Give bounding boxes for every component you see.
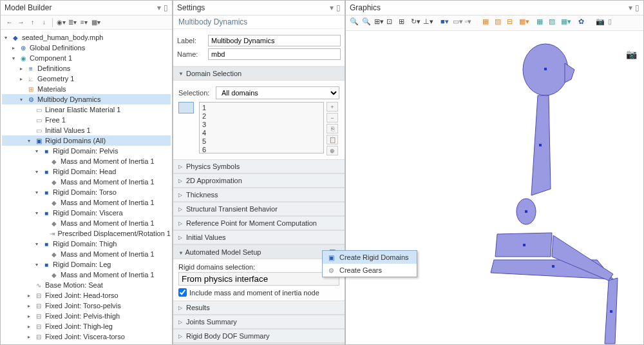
zoom-in-icon[interactable]: 🔍 (350, 17, 361, 28)
tree-item[interactable]: ⊞Materials (2, 84, 171, 94)
select-icon[interactable]: ■▾ (440, 17, 451, 28)
domain-list-item[interactable]: 2 (202, 112, 321, 121)
domain-list-item[interactable]: 3 (202, 121, 321, 129)
domain-list-item[interactable]: 5 (202, 137, 321, 146)
tree-item[interactable]: ▾◆seated_human_body.mph (2, 32, 171, 43)
rigid-domains-input[interactable] (178, 272, 339, 286)
transparency-icon[interactable]: ▩▾ (519, 17, 530, 28)
tree-caret-icon[interactable]: ▸ (20, 76, 26, 82)
tree-item[interactable]: ◆Mass and Moment of Inertia 1 (2, 197, 171, 208)
close-icon[interactable]: ▯ (164, 3, 168, 12)
scene-light-icon[interactable]: ▦ (536, 17, 547, 28)
tree-item[interactable]: ▸⊟Fixed Joint: Viscera-torso (2, 331, 171, 342)
zoom-icon[interactable]: ⊕ (327, 146, 338, 155)
view-icon[interactable]: ⊥▾ (423, 17, 434, 28)
tree-item[interactable]: ◆Mass and Moment of Inertia 1 (2, 270, 171, 280)
domain-preview-icon[interactable] (178, 102, 194, 113)
domain-list-item[interactable]: 6 (202, 146, 321, 154)
select-adj-icon[interactable]: ▫▾ (465, 17, 476, 28)
tree-item[interactable]: ▾⚙Multibody Dynamics (2, 94, 171, 104)
tree-caret-icon[interactable]: ▸ (28, 303, 34, 309)
selection-dropdown[interactable]: All domains (216, 86, 339, 99)
zoom-extents-icon[interactable]: ⊞▾ (374, 17, 385, 28)
expand-icon[interactable]: ≡▾ (79, 17, 89, 27)
camera-overlay-icon[interactable]: 📷 (626, 49, 637, 59)
tree-item[interactable]: ▸⊟Fixed Joint: Pelvis-thigh (2, 311, 171, 321)
tree-item[interactable]: ◆Mass and Moment of Inertia 1 (2, 218, 171, 228)
section-header[interactable]: ▷2D Approximation (173, 173, 345, 188)
minimize-icon[interactable]: ▾ (629, 3, 632, 12)
tree-item[interactable]: ▾◉Component 1 (2, 53, 171, 63)
include-mass-checkbox[interactable] (178, 288, 187, 297)
close-icon[interactable]: ▯ (635, 3, 639, 12)
tree-caret-icon[interactable]: ▾ (20, 97, 26, 103)
up-icon[interactable]: ↑ (28, 17, 37, 27)
tree-item[interactable]: ▾■Rigid Domain: Leg (2, 259, 171, 270)
minimize-icon[interactable]: ▾ (157, 3, 161, 12)
grid-icon[interactable]: ▦▾ (561, 17, 572, 28)
add-icon[interactable]: + (327, 102, 338, 112)
print-icon[interactable]: ▯ (608, 17, 619, 28)
hide-icon[interactable]: ▦ (482, 17, 493, 28)
graphics-canvas[interactable]: 📷 (346, 31, 643, 344)
forward-icon[interactable]: → (16, 17, 26, 27)
back-icon[interactable]: ← (5, 17, 14, 27)
tree-item[interactable]: ▾■Rigid Domain: Thigh (2, 239, 171, 249)
tree-item[interactable]: ▸⊟Fixed Joint: Viscera-pelvis (2, 342, 171, 344)
tree-caret-icon[interactable]: ▸ (28, 344, 34, 345)
tree-item[interactable]: ▾■Rigid Domain: Viscera (2, 208, 171, 218)
section-header[interactable]: ▷Results (173, 301, 345, 315)
tree-caret-icon[interactable]: ▾ (35, 169, 42, 175)
tree-item[interactable]: ▾■Rigid Domain: Torso (2, 187, 171, 197)
tree-caret-icon[interactable]: ▸ (28, 293, 34, 299)
down-icon[interactable]: ↓ (39, 17, 49, 27)
more-icon[interactable]: ▦▾ (91, 17, 100, 27)
section-header[interactable]: ▷Physics Symbols (173, 159, 345, 173)
popup-item[interactable]: ⚙Create Gears (323, 264, 417, 277)
tree-item[interactable]: ∿Base Motion: Seat (2, 280, 171, 290)
tree-item[interactable]: ⇥Prescribed Displacement/Rotation 1 (2, 228, 171, 239)
domain-list-item[interactable]: 4 (202, 129, 321, 137)
tree-item[interactable]: ▾■Rigid Domain: Head (2, 166, 171, 177)
section-header[interactable]: ▷Discretization (173, 343, 345, 344)
paste-icon[interactable]: 📋 (327, 135, 338, 144)
close-icon[interactable]: ▯ (336, 3, 341, 12)
section-header[interactable]: ▷Reference Point for Moment Computation (173, 216, 345, 230)
reset-hide-icon[interactable]: ⊟ (507, 17, 518, 28)
camera-icon[interactable]: 📷 (596, 17, 607, 28)
tree-caret-icon[interactable]: ▾ (35, 262, 42, 268)
show-icon[interactable]: ◉▾ (56, 17, 66, 27)
remove-icon[interactable]: − (327, 113, 338, 123)
tree-caret-icon[interactable]: ▸ (28, 334, 34, 340)
tree-caret-icon[interactable]: ▾ (5, 35, 11, 41)
tree-item[interactable]: ▸⟀Geometry 1 (2, 74, 171, 84)
label-input[interactable] (208, 35, 341, 46)
tree-caret-icon[interactable]: ▾ (35, 241, 42, 247)
tree-caret-icon[interactable]: ▾ (35, 210, 42, 216)
section-header[interactable]: ▷Joints Summary (173, 315, 345, 329)
domain-list-item[interactable]: 1 (202, 104, 321, 112)
tree-item[interactable]: ▸⊕Global Definitions (2, 43, 171, 53)
tree-item[interactable]: ▾▣Rigid Domains (All) (2, 135, 171, 146)
tree-item[interactable]: ▸≡Definitions (2, 63, 171, 74)
select-box-icon[interactable]: ▭▾ (453, 17, 464, 28)
show-hidden-icon[interactable]: ▨ (495, 17, 506, 28)
section-header[interactable]: ▷Rigid Body DOF Summary (173, 329, 345, 343)
section-domain-selection[interactable]: ▼ Domain Selection (173, 66, 345, 81)
tree-item[interactable]: ▸⊟Fixed Joint: Thigh-leg (2, 321, 171, 331)
tree-caret-icon[interactable]: ▸ (28, 324, 34, 330)
tree-caret-icon[interactable]: ▸ (20, 66, 26, 72)
section-header[interactable]: ▷Thickness (173, 188, 345, 202)
copy-icon[interactable]: ⎘ (327, 124, 338, 133)
tree-item[interactable]: ◆Mass and Moment of Inertia 1 (2, 249, 171, 259)
section-automated-model-setup[interactable]: ▼ Automated Model Setup ▦▾ (173, 244, 345, 259)
wireframe-icon[interactable]: ▨ (549, 17, 560, 28)
zoom-box-icon[interactable]: ⊡ (386, 17, 397, 28)
domain-list[interactable]: 123456 (199, 102, 324, 153)
name-input[interactable] (208, 48, 341, 60)
tree-caret-icon[interactable]: ▾ (35, 148, 42, 154)
tree-caret-icon[interactable]: ▸ (12, 45, 19, 51)
section-header[interactable]: ▷Initial Values (173, 230, 345, 244)
tree-caret-icon[interactable]: ▾ (28, 138, 34, 144)
tree-item[interactable]: ▾■Rigid Domain: Pelvis (2, 146, 171, 156)
